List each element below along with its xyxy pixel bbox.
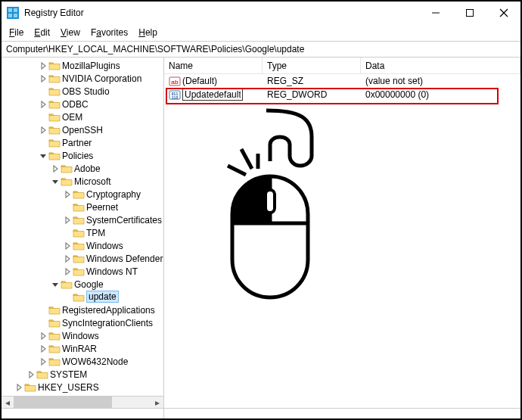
tree-item[interactable]: update <box>2 291 163 303</box>
folder-icon <box>73 241 85 251</box>
expand-icon[interactable] <box>14 384 24 391</box>
expand-icon[interactable] <box>62 268 73 275</box>
minimize-button[interactable] <box>418 2 452 24</box>
expand-icon[interactable] <box>38 358 48 366</box>
tree-item[interactable]: SYSTEM <box>2 368 163 381</box>
tree-item[interactable]: NVIDIA Corporation <box>2 72 163 85</box>
tree-item[interactable]: RegisteredApplications <box>2 303 163 316</box>
folder-icon <box>48 138 61 148</box>
column-header-type[interactable]: Type <box>263 58 361 73</box>
tree-item[interactable]: MozillaPlugins <box>2 59 163 72</box>
value-type: REG_SZ <box>263 76 361 86</box>
svg-line-15 <box>228 166 246 175</box>
tree-item-label: OpenSSH <box>62 125 103 135</box>
column-header-name[interactable]: Name <box>164 58 263 73</box>
svg-rect-6 <box>466 10 473 17</box>
tree-item[interactable]: Google <box>2 278 163 291</box>
tree-item-label: Windows <box>62 331 99 341</box>
expand-collapse-icon[interactable] <box>50 281 61 288</box>
value-name-edit[interactable] <box>182 89 243 101</box>
window-controls <box>418 2 520 24</box>
menu-view[interactable]: View <box>56 26 85 39</box>
tree-item[interactable]: Partner <box>2 136 163 149</box>
menu-file[interactable]: File <box>5 26 28 39</box>
expand-icon[interactable] <box>38 126 48 134</box>
expand-icon[interactable] <box>38 62 48 70</box>
expand-icon[interactable] <box>38 101 48 108</box>
tree-item[interactable]: TPM <box>2 226 163 239</box>
menu-favorites[interactable]: Favorites <box>86 26 132 39</box>
tree-item[interactable]: Windows <box>2 239 163 252</box>
expand-icon[interactable] <box>38 75 48 82</box>
tree-item[interactable]: Microsoft <box>2 175 163 188</box>
folder-icon <box>61 176 73 187</box>
expand-icon[interactable] <box>62 242 73 250</box>
list-view[interactable]: Name Type Data ab(Default)REG_SZ(value n… <box>164 58 520 408</box>
tree-item-label: Google <box>74 279 104 290</box>
expand-icon[interactable] <box>62 255 73 263</box>
expand-collapse-icon[interactable] <box>38 152 48 160</box>
tree-item-label: Adobe <box>74 163 101 174</box>
expand-icon[interactable] <box>62 191 73 198</box>
tree-item[interactable]: Policies <box>2 149 163 162</box>
tree-item[interactable]: SystemCertificates <box>2 213 163 226</box>
tree-item-label: Microsoft <box>74 176 111 187</box>
value-data: 0x00000000 (0) <box>361 89 520 100</box>
tree-item-label: SystemCertificates <box>86 215 162 226</box>
expand-icon[interactable] <box>26 371 36 378</box>
scroll-left-arrow[interactable]: ◂ <box>2 397 14 408</box>
value-row[interactable]: ab(Default)REG_SZ(value not set) <box>164 74 520 88</box>
menu-edit[interactable]: Edit <box>30 26 54 39</box>
folder-icon <box>48 99 61 110</box>
tree-item[interactable]: Peernet <box>2 201 163 213</box>
expand-icon[interactable] <box>38 345 48 353</box>
expand-collapse-icon[interactable] <box>50 178 61 185</box>
tree-item[interactable]: OEM <box>2 110 163 123</box>
tree-item[interactable]: Windows <box>2 329 163 342</box>
folder-icon <box>36 369 48 380</box>
titlebar[interactable]: Registry Editor <box>2 2 520 24</box>
tree-item-label: Partner <box>62 138 92 148</box>
menu-help[interactable]: Help <box>134 26 162 39</box>
expand-icon[interactable] <box>50 165 61 173</box>
address-bar[interactable] <box>2 41 520 58</box>
tree-item[interactable]: WinRAR <box>2 342 163 355</box>
dword-value-icon: 011110 <box>169 89 181 101</box>
close-button[interactable] <box>486 2 520 24</box>
string-value-icon: ab <box>169 75 181 87</box>
folder-icon <box>73 292 85 303</box>
column-header-data[interactable]: Data <box>361 58 520 73</box>
tree-item-label: Peernet <box>86 202 118 213</box>
tree-item[interactable]: WOW6432Node <box>2 355 163 368</box>
folder-icon <box>48 73 61 84</box>
tree-item[interactable]: OBS Studio <box>2 85 163 98</box>
scroll-right-arrow[interactable]: ▸ <box>151 397 163 408</box>
tree-view[interactable]: MozillaPluginsNVIDIA CorporationOBS Stud… <box>2 58 164 408</box>
tree-item[interactable]: Windows NT <box>2 265 163 278</box>
folder-icon <box>48 344 61 354</box>
tree-item[interactable]: OpenSSH <box>2 123 163 136</box>
folder-icon <box>73 228 85 238</box>
tree-item-label: OBS Studio <box>62 86 110 97</box>
list-header: Name Type Data <box>164 58 520 74</box>
tree-item[interactable]: Adobe <box>2 162 163 175</box>
expand-icon[interactable] <box>62 216 73 224</box>
folder-icon <box>48 86 61 97</box>
tree-item[interactable]: SyncIntegrationClients <box>2 316 163 329</box>
value-row[interactable]: 011110REG_DWORD0x00000000 (0) <box>164 88 520 101</box>
svg-rect-1 <box>8 8 12 12</box>
tree-item[interactable]: ODBC <box>2 98 163 110</box>
expand-icon[interactable] <box>38 332 48 340</box>
tree-item[interactable]: Windows Defender <box>2 252 163 265</box>
tree-item[interactable]: HKEY_USERS <box>2 381 163 394</box>
address-input[interactable] <box>5 43 517 55</box>
svg-text:ab: ab <box>171 79 178 86</box>
mouse-click-illustration <box>194 107 338 306</box>
maximize-button[interactable] <box>452 2 486 24</box>
folder-icon <box>61 279 73 290</box>
folder-icon <box>48 331 61 341</box>
tree-item[interactable]: Cryptography <box>2 188 163 201</box>
folder-icon <box>48 112 61 123</box>
folder-icon <box>73 254 85 264</box>
scroll-thumb[interactable] <box>14 397 112 408</box>
